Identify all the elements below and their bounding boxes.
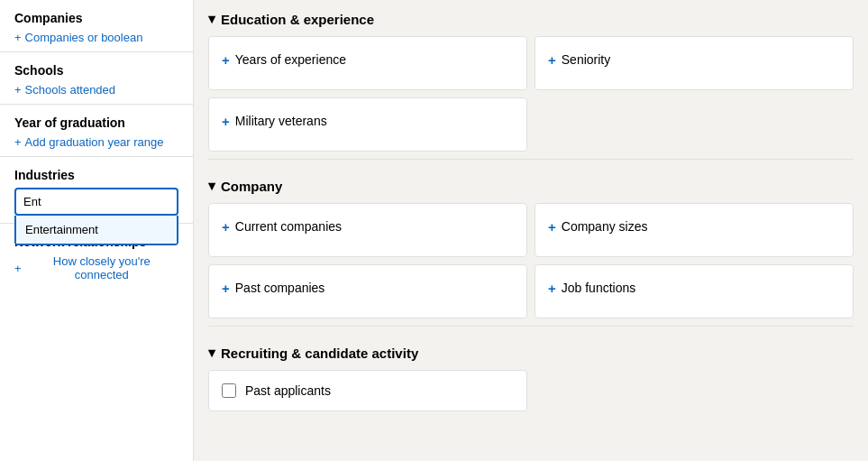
chevron-down-icon: ▾ (208, 345, 215, 361)
recruiting-section-header[interactable]: ▾ Recruiting & candidate activity (208, 334, 854, 370)
sidebar-section-schools: Schools + Schools attended (0, 52, 193, 105)
add-companies-button[interactable]: + Companies or boolean (14, 31, 142, 44)
plus-icon: + (222, 280, 230, 298)
section-divider-1 (208, 159, 854, 160)
years-of-experience-card[interactable]: + Years of experience (208, 36, 527, 90)
recruiting-cards: Past applicants (208, 370, 854, 411)
plus-icon: + (548, 280, 556, 298)
sidebar-section-industries: Industries Entertainment (0, 157, 193, 224)
plus-icon: + (14, 83, 22, 97)
plus-icon: + (14, 135, 22, 149)
sidebar-section-graduation: Year of graduation + Add graduation year… (0, 105, 193, 157)
past-applicants-card[interactable]: Past applicants (208, 370, 527, 411)
sidebar-companies-title: Companies (14, 11, 178, 25)
plus-icon: + (548, 218, 556, 236)
add-schools-button[interactable]: + Schools attended (14, 83, 115, 97)
plus-icon: + (548, 51, 556, 69)
company-cards-row2: + Past companies + Job functions (208, 264, 854, 318)
sidebar-section-companies: Companies + Companies or boolean (0, 0, 193, 52)
job-functions-card[interactable]: + Job functions (535, 264, 854, 318)
plus-icon: + (222, 113, 230, 131)
plus-icon: + (222, 218, 230, 236)
education-section-header[interactable]: ▾ Education & experience (208, 0, 854, 36)
add-network-button[interactable]: + How closely you're connected (14, 254, 178, 281)
military-veterans-card[interactable]: + Military veterans (208, 97, 527, 152)
main-content: ▾ Education & experience + Years of expe… (194, 0, 868, 461)
plus-icon: + (222, 51, 230, 69)
company-cards-row1: + Current companies + Company sizes (208, 203, 854, 257)
chevron-down-icon: ▾ (208, 11, 215, 27)
education-cards-left: + Years of experience + Seniority (208, 36, 854, 90)
past-companies-card[interactable]: + Past companies (208, 264, 527, 318)
add-graduation-button[interactable]: + Add graduation year range (14, 135, 164, 149)
current-companies-card[interactable]: + Current companies (208, 203, 527, 257)
plus-icon: + (14, 31, 22, 44)
sidebar-industries-title: Industries (14, 168, 178, 182)
section-divider-2 (208, 326, 854, 327)
chevron-down-icon: ▾ (208, 178, 215, 194)
industries-search-input[interactable] (14, 188, 178, 216)
sidebar: Companies + Companies or boolean Schools… (0, 0, 194, 461)
industries-input-wrapper: Entertainment (14, 188, 178, 216)
sidebar-graduation-title: Year of graduation (14, 115, 178, 130)
company-section-header[interactable]: ▾ Company (208, 167, 854, 203)
industries-dropdown: Entertainment (14, 216, 178, 245)
plus-icon: + (14, 262, 22, 275)
past-applicants-checkbox[interactable] (222, 383, 236, 398)
sidebar-schools-title: Schools (14, 63, 178, 78)
company-sizes-card[interactable]: + Company sizes (535, 203, 854, 257)
seniority-card[interactable]: + Seniority (535, 36, 854, 90)
entertainment-option[interactable]: Entertainment (16, 216, 177, 244)
